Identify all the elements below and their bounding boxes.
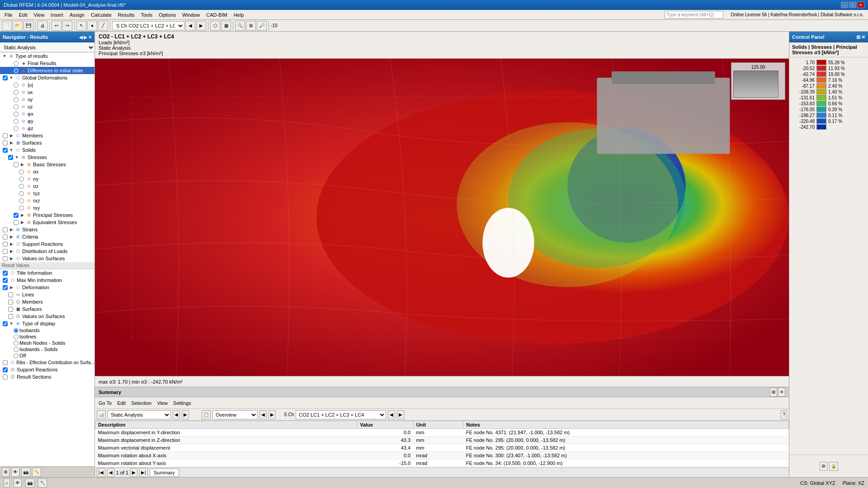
viewport-canvas[interactable]: 125.00	[95, 59, 789, 376]
cb-strains[interactable]	[3, 227, 8, 232]
tree-sigma-y[interactable]: ⊙ σy	[0, 175, 94, 183]
cb-support[interactable]	[3, 242, 8, 247]
tree-equiv[interactable]: ▶ ⊞ Equivalent Stresses	[0, 219, 94, 226]
summary-lc-prev[interactable]: ◀	[388, 410, 395, 419]
line-btn[interactable]: ╱	[98, 21, 108, 31]
radio-off[interactable]	[14, 353, 19, 358]
cb-stresses[interactable]	[8, 155, 13, 160]
minimize-btn[interactable]: −	[841, 2, 848, 8]
maximize-btn[interactable]: □	[849, 2, 856, 8]
radio-isobandssolids[interactable]	[14, 347, 19, 352]
radio-diff[interactable]	[14, 68, 19, 73]
search-box[interactable]: Type a keyword (Alt+Q)	[665, 11, 724, 19]
cb-support2[interactable]	[3, 367, 8, 372]
zoom-out-btn[interactable]: 🔎	[257, 21, 267, 31]
tree-title-info[interactable]: ⬡ Title Information	[0, 269, 94, 277]
cb-basic[interactable]	[14, 162, 19, 167]
nav-close[interactable]: ✕	[88, 35, 92, 40]
tree-sigma-x[interactable]: ⊙ σx	[0, 168, 94, 175]
cb-resultsections[interactable]	[3, 375, 8, 380]
radio-meshnodes[interactable]	[14, 341, 19, 346]
page-first-btn[interactable]: |◀	[97, 468, 105, 477]
summary-prev-btn[interactable]: ◀	[173, 410, 180, 419]
nav-arrow-left[interactable]: ◀	[79, 35, 83, 40]
cb-members2[interactable]	[8, 300, 13, 305]
radio-txy[interactable]	[19, 206, 24, 211]
summary-goto[interactable]: Go To	[97, 399, 113, 407]
nav-arrow-right[interactable]: ▶	[84, 35, 87, 40]
tree-global-def[interactable]: ▼ ⬡ Global Deformations	[0, 74, 94, 81]
radio-uz[interactable]	[14, 104, 19, 109]
tree-dist-loads[interactable]: ▶ ⬡ Distribution of Loads	[0, 248, 94, 255]
menu-window[interactable]: Window	[179, 11, 203, 19]
summary-ov-next[interactable]: ▶	[269, 410, 276, 419]
status-tools-btn[interactable]: 🔧	[38, 479, 47, 488]
tree-mesh-nodes[interactable]: Mesh Nodes - Solids	[0, 340, 94, 346]
summary-view[interactable]: View	[155, 399, 170, 407]
tree-support2[interactable]: ⬡ Support Reactions	[0, 366, 94, 373]
summary-analysis-combo[interactable]: Static Analysis	[108, 410, 171, 419]
save-btn[interactable]: 💾	[24, 21, 33, 31]
radio-u[interactable]	[14, 83, 19, 88]
summary-settings[interactable]: Settings	[171, 399, 193, 407]
zoom-in-btn[interactable]: 🔍	[235, 21, 245, 31]
radio-final-results[interactable]	[14, 61, 19, 66]
radio-phiz[interactable]	[14, 126, 19, 131]
summary-overview-icon[interactable]: 📋	[202, 410, 211, 419]
tree-members[interactable]: ▶ ⬡ Members	[0, 132, 94, 139]
tree-result-sections[interactable]: ⬡ Result Sections	[0, 373, 94, 380]
tree-tau-xz[interactable]: ⊙ τxz	[0, 197, 94, 204]
prev-lc-btn[interactable]: ◀	[185, 21, 195, 31]
tree-isobands[interactable]: Isobands	[0, 327, 94, 333]
tree-phiy[interactable]: ⊙ φy	[0, 117, 94, 125]
render-btn[interactable]: ⬡	[210, 21, 220, 31]
radio-isobands[interactable]	[14, 328, 19, 333]
cb-vals2[interactable]	[8, 314, 13, 319]
tree-type-of-results[interactable]: ▼ ⊞ Type of results	[0, 52, 94, 60]
cb-global-def[interactable]	[3, 75, 8, 80]
tree-stresses[interactable]: ▼ ⊞ Stresses	[0, 154, 94, 161]
cb-title[interactable]	[3, 271, 8, 276]
tree-deformation[interactable]: ▶ ⬡ Deformation	[0, 284, 94, 291]
cb-typedisp[interactable]	[3, 321, 8, 326]
summary-lc-next[interactable]: ▶	[397, 410, 404, 419]
new-btn[interactable]: 📄	[2, 21, 12, 31]
cp-lock-btn[interactable]: 🔒	[829, 462, 838, 471]
radio-tyz[interactable]	[19, 191, 24, 196]
tree-values-surfaces2[interactable]: ⬡ Values on Surfaces	[0, 313, 94, 320]
nav-settings-btn[interactable]: ⚙	[2, 468, 9, 477]
print-btn[interactable]: 🖨	[38, 21, 47, 31]
tree-ribs[interactable]: ⬡ Ribs - Effective Contribution on Surfa…	[0, 359, 94, 366]
radio-uy[interactable]	[14, 97, 19, 102]
wireframe-btn[interactable]: ▦	[221, 21, 231, 31]
select-btn[interactable]: ↖	[76, 21, 86, 31]
next-lc-btn[interactable]: ▶	[196, 21, 206, 31]
tree-u[interactable]: ⊙ |u|	[0, 81, 94, 89]
tree-final-results[interactable]: ◆ Final Results	[0, 60, 94, 67]
tree-criteria[interactable]: ▶ ⊞ Criteria	[0, 233, 94, 240]
tree-tau-xy[interactable]: ⊙ τxy	[0, 204, 94, 211]
summary-selection[interactable]: Selection	[129, 399, 153, 407]
tree-uy[interactable]: ⊙ uy	[0, 96, 94, 103]
radio-phix[interactable]	[14, 112, 19, 117]
nav-ruler-btn[interactable]: 📏	[32, 468, 41, 477]
menu-insert[interactable]: Insert	[48, 11, 66, 19]
radio-ux[interactable]	[14, 90, 19, 95]
tree-surfaces[interactable]: ▶ ▦ Surfaces	[0, 139, 94, 146]
tree-lines[interactable]: — Lines	[0, 291, 94, 298]
cb-principal[interactable]	[14, 213, 19, 218]
tree-diff-initial[interactable]: ◆ Differences to initial state	[0, 67, 94, 74]
cb-vals[interactable]	[3, 256, 8, 261]
cb-surfaces2[interactable]	[8, 307, 13, 312]
cb-surfaces[interactable]	[3, 141, 8, 145]
summary-overview-combo[interactable]: Overview	[212, 410, 258, 419]
cp-settings-btn[interactable]: ⚙	[820, 462, 827, 471]
menu-help[interactable]: Help	[231, 11, 247, 19]
menu-view[interactable]: View	[31, 11, 47, 19]
cb-maxmin[interactable]	[3, 278, 8, 283]
summary-table-icon[interactable]: 📊	[97, 410, 106, 419]
tree-solids[interactable]: ▼ ⬡ Solids	[0, 146, 94, 154]
page-prev-btn[interactable]: ◀	[107, 468, 114, 477]
tree-tau-yz[interactable]: ⊙ τyz	[0, 190, 94, 197]
nav-camera-btn[interactable]: 📷	[21, 468, 30, 477]
